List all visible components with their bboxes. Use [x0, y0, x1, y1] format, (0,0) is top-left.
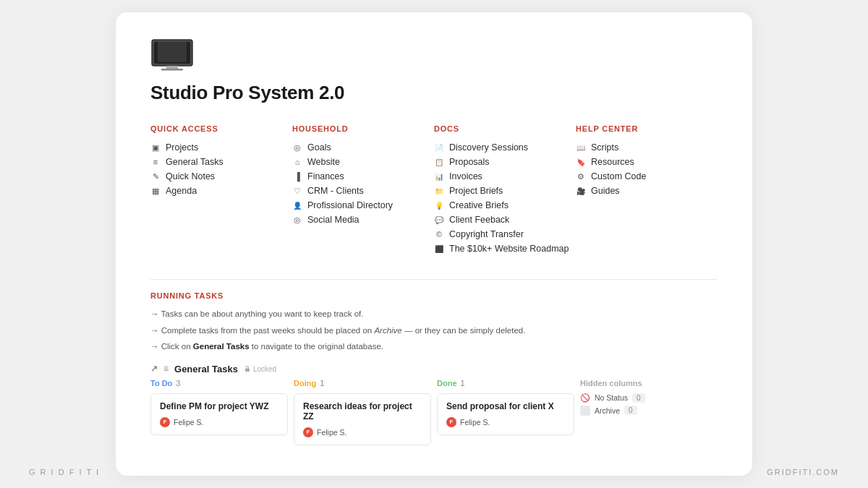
task-board-header: ↗ ≡ General Tasks Locked — [150, 364, 718, 374]
task-card-ywz: Define PM for project YWZ F Felipe S. — [150, 393, 288, 435]
nav-heading-docs: DOCS — [434, 124, 576, 133]
nav-label-invoices: Invoices — [449, 171, 482, 181]
nav-col-help-center: HELP CENTER 📖 Scripts 🔖 Resources ⚙ Cust… — [576, 124, 718, 256]
nav-label-copyright: Copyright Transfer — [449, 229, 524, 239]
nav-item-directory[interactable]: 👤 Profissional Directory — [292, 198, 434, 213]
nav-item-crm-clients[interactable]: ♡ CRM - Clients — [292, 184, 434, 198]
hidden-header: Hidden columns — [580, 379, 718, 388]
archive-count: 0 — [624, 406, 637, 415]
no-status-icon: 🚫 — [580, 393, 590, 403]
nav-item-social-media[interactable]: ◎ Social Media — [292, 213, 434, 227]
list-icon: ≡ — [163, 364, 169, 374]
running-tasks-note-2: → Complete tasks from the past weeks sho… — [150, 324, 718, 337]
nav-item-general-tasks[interactable]: ≡ General Tasks — [150, 155, 292, 169]
nav-label-project-briefs: Project Briefs — [449, 186, 503, 196]
nav-label-scripts: Scripts — [591, 142, 618, 153]
nav-heading-help-center: HELP CENTER — [576, 124, 718, 133]
task-title-zz: Research ideas for project ZZ — [303, 401, 422, 421]
footer-right: gridfiti.com — [767, 468, 839, 476]
social-media-icon: ◎ — [292, 215, 302, 225]
scripts-icon: 📖 — [576, 142, 586, 153]
nav-item-creative-briefs[interactable]: 💡 Creative Briefs — [434, 198, 576, 213]
nav-item-agenda[interactable]: ▦ Agenda — [150, 184, 292, 198]
page-wrapper: Studio Pro System 2.0 QUICK ACCESS ▣ Pro… — [0, 0, 868, 488]
nav-label-custom-code: Custom Code — [591, 171, 646, 181]
nav-item-goals[interactable]: ◎ Goals — [292, 140, 434, 155]
nav-label-crm: CRM - Clients — [307, 186, 364, 196]
general-tasks-icon: ≡ — [150, 157, 161, 167]
nav-section: QUICK ACCESS ▣ Projects ≡ General Tasks … — [150, 124, 718, 256]
task-title-clientx: Send proposal for client X — [446, 401, 565, 411]
finances-icon: ▐ — [292, 171, 302, 181]
locked-badge: Locked — [244, 365, 276, 373]
nav-item-custom-code[interactable]: ⚙ Custom Code — [576, 169, 718, 184]
project-briefs-icon: 📁 — [434, 186, 444, 196]
agenda-icon: ▦ — [150, 186, 161, 196]
nav-col-docs: DOCS 📄 Discovery Sessions 📋 Proposals 📊 … — [434, 124, 576, 256]
nav-item-roadmap[interactable]: ⬛ The $10k+ Website Roadmap — [434, 241, 576, 256]
done-header: Done 1 — [437, 379, 574, 388]
nav-label-agenda: Agenda — [166, 186, 197, 196]
user-avatar-felipe2: F — [303, 427, 313, 437]
invoices-icon: 📊 — [434, 171, 444, 181]
svg-rect-3 — [166, 66, 178, 69]
nav-label-finances: Finances — [307, 171, 344, 181]
nav-label-social-media: Social Media — [307, 215, 359, 225]
nav-item-guides[interactable]: 🎥 Guides — [576, 184, 718, 198]
archive-label: Archive — [595, 406, 620, 415]
no-status-badge: 🚫 No Status 0 — [580, 393, 718, 403]
nav-label-goals: Goals — [307, 142, 331, 153]
nav-col-quick-access: QUICK ACCESS ▣ Projects ≡ General Tasks … — [150, 124, 292, 256]
nav-label-creative-briefs: Creative Briefs — [449, 200, 509, 210]
section-divider — [150, 279, 718, 280]
nav-label-resources: Resources — [591, 157, 634, 167]
nav-label-discovery: Discovery Sessions — [449, 142, 528, 153]
nav-label-directory: Profissional Directory — [307, 200, 393, 210]
todo-header: To Do 3 — [150, 379, 288, 388]
client-feedback-icon: 💬 — [434, 215, 444, 225]
doing-header: Doing 1 — [294, 379, 431, 388]
svg-rect-4 — [161, 69, 183, 71]
page-title: Studio Pro System 2.0 — [150, 82, 718, 104]
copyright-icon: © — [434, 229, 444, 239]
nav-item-invoices[interactable]: 📊 Invoices — [434, 169, 576, 184]
no-status-count: 0 — [632, 393, 645, 403]
nav-item-finances[interactable]: ▐ Finances — [292, 169, 434, 184]
kanban-col-doing: Doing 1 Research ideas for project ZZ F … — [294, 379, 437, 450]
nav-item-projects[interactable]: ▣ Projects — [150, 140, 292, 155]
nav-item-website[interactable]: ⌂ Website — [292, 155, 434, 169]
nav-item-copyright[interactable]: © Copyright Transfer — [434, 227, 576, 241]
board-title[interactable]: General Tasks — [174, 364, 238, 374]
nav-label-quick-notes: Quick Notes — [166, 171, 215, 181]
nav-item-client-feedback[interactable]: 💬 Client Feeback — [434, 213, 576, 227]
user-avatar-felipe1: F — [160, 417, 170, 427]
kanban-col-done: Done 1 Send proposal for client X F Feli… — [437, 379, 580, 450]
nav-item-resources[interactable]: 🔖 Resources — [576, 155, 718, 169]
task-card-clientx: Send proposal for client X F Felipe S. — [437, 393, 574, 435]
nav-heading-quick-access: QUICK ACCESS — [150, 124, 292, 133]
nav-item-proposals[interactable]: 📋 Proposals — [434, 155, 576, 169]
custom-code-icon: ⚙ — [576, 171, 586, 181]
main-card: Studio Pro System 2.0 QUICK ACCESS ▣ Pro… — [116, 12, 752, 475]
svg-rect-5 — [245, 369, 250, 372]
task-title-ywz: Define PM for project YWZ — [160, 401, 278, 411]
proposals-icon: 📋 — [434, 157, 444, 167]
running-tasks-heading: RUNNING TASKS — [150, 291, 718, 300]
task-user-clientx: F Felipe S. — [446, 417, 565, 427]
nav-heading-household: HOUSEHOLD — [292, 124, 434, 133]
svg-rect-2 — [158, 42, 187, 62]
kanban-board: To Do 3 Define PM for project YWZ F Feli… — [150, 379, 718, 450]
nav-label-proposals: Proposals — [449, 157, 490, 167]
nav-item-project-briefs[interactable]: 📁 Project Briefs — [434, 184, 576, 198]
nav-item-quick-notes[interactable]: ✎ Quick Notes — [150, 169, 292, 184]
nav-label-roadmap: The $10k+ Website Roadmap — [449, 244, 569, 254]
task-user-zz: F Felipe S. — [303, 427, 422, 437]
monitor-icon — [150, 38, 194, 73]
footer-left: G R I D F I T I — [29, 468, 100, 476]
nav-item-scripts[interactable]: 📖 Scripts — [576, 140, 718, 155]
nav-item-discovery[interactable]: 📄 Discovery Sessions — [434, 140, 576, 155]
kanban-col-hidden: Hidden columns 🚫 No Status 0 Archive 0 — [580, 379, 718, 450]
directory-icon: 👤 — [292, 200, 302, 210]
roadmap-icon: ⬛ — [434, 244, 444, 254]
nav-label-projects: Projects — [166, 142, 198, 153]
